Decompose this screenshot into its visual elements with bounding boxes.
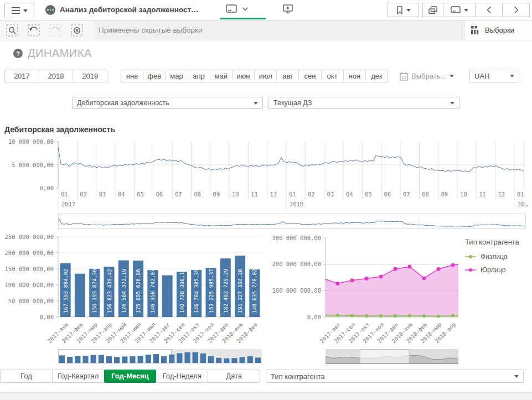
svg-text:146 784 385,39: 146 784 385,39 bbox=[193, 269, 199, 313]
next-sheet-button[interactable] bbox=[503, 3, 530, 17]
svg-text:146 358 742,07: 146 358 742,07 bbox=[149, 269, 156, 313]
svg-text:140 738 398,18: 140 738 398,18 bbox=[179, 269, 185, 313]
help-icon[interactable]: ? bbox=[13, 49, 23, 58]
area-chart-navigator[interactable] bbox=[326, 349, 458, 364]
qlik-dashboard: Анализ дебиторской задолженност… bbox=[0, 0, 532, 400]
svg-text:04: 04 bbox=[346, 191, 353, 198]
chevron-down-icon bbox=[514, 375, 519, 378]
dimension-select[interactable]: Тип контрагента bbox=[266, 370, 524, 383]
svg-text:07: 07 bbox=[403, 191, 410, 198]
measure-select[interactable]: Дебиторская задолженность bbox=[72, 97, 263, 109]
month-filter-8[interactable]: авг bbox=[276, 70, 298, 82]
period-tabs: ГодГод-КварталГод-МесяцГод-НеделяДата bbox=[0, 370, 260, 383]
storytelling-button[interactable] bbox=[283, 4, 293, 16]
overlapping-sheets-icon bbox=[428, 6, 437, 14]
legend-marker-icon bbox=[465, 254, 476, 259]
month-filter-7[interactable]: июл bbox=[254, 70, 276, 82]
svg-text:191 327 104,28: 191 327 104,28 bbox=[237, 269, 243, 313]
sheet-icon bbox=[226, 4, 237, 13]
calendar-icon: 12 bbox=[400, 72, 408, 81]
svg-text:05: 05 bbox=[365, 191, 372, 198]
tab-Год-Квартал[interactable]: Год-Квартал bbox=[52, 370, 105, 383]
chevron-down-icon bbox=[242, 7, 248, 11]
svg-text:156 823 439,42: 156 823 439,42 bbox=[106, 269, 112, 313]
step-back-button[interactable] bbox=[28, 24, 40, 37]
month-filter-5[interactable]: май bbox=[210, 70, 232, 82]
global-menu-button[interactable] bbox=[4, 3, 34, 18]
svg-text:03: 03 bbox=[327, 191, 334, 198]
app-title[interactable]: Анализ дебиторской задолженност… bbox=[60, 6, 199, 14]
svg-text:100 000 000,00: 100 000 000,00 bbox=[4, 282, 54, 288]
duplicate-sheet-button[interactable] bbox=[422, 3, 443, 17]
month-filter-9[interactable]: сен bbox=[298, 70, 321, 82]
month-filter-2[interactable]: фев bbox=[143, 70, 165, 82]
svg-text:12: 12 bbox=[401, 75, 406, 80]
svg-text:05: 05 bbox=[137, 191, 144, 198]
sheet-icon bbox=[451, 6, 461, 14]
selections-tool-button[interactable]: Выборки bbox=[464, 20, 532, 40]
svg-text:10: 10 bbox=[460, 191, 467, 198]
bookmarks-button[interactable] bbox=[388, 3, 419, 17]
chevron-down-icon bbox=[510, 75, 514, 77]
step-forward-button-disabled[interactable] bbox=[49, 24, 61, 37]
svg-text:01: 01 bbox=[61, 191, 68, 198]
monthly-bar-chart[interactable]: 0,0050 000 000,00100 000 000,00150 000 0… bbox=[3, 232, 264, 349]
svg-text:01: 01 bbox=[517, 191, 524, 198]
selections-bar: Применены скрытые выборки Выборки bbox=[0, 20, 532, 40]
previous-sheet-button[interactable] bbox=[476, 3, 503, 17]
tab-Год-Месяц[interactable]: Год-Месяц bbox=[104, 370, 157, 383]
receivables-line-chart[interactable]: 0102030405060708091011120102030405060708… bbox=[3, 138, 529, 211]
chevron-down-icon bbox=[406, 9, 411, 12]
month-filter-1[interactable]: янв bbox=[121, 70, 143, 82]
legend-item-Физлицо[interactable]: Физлицо bbox=[465, 253, 530, 261]
chevron-down-icon bbox=[254, 102, 258, 105]
date-picker-button[interactable]: 12 Выбрать... bbox=[400, 70, 454, 82]
toolbar-right-buttons bbox=[388, 3, 530, 17]
active-sheet-underline bbox=[220, 18, 266, 19]
bar-chart-navigator[interactable] bbox=[58, 349, 262, 364]
date-picker-label: Выбрать... bbox=[411, 72, 446, 80]
counterparty-area-chart[interactable]: 0,00100 000 000,00200 000 000,00300 000 … bbox=[266, 232, 465, 349]
year-filter-2017[interactable]: 2017 bbox=[5, 70, 39, 82]
svg-text:20…: 20… bbox=[518, 201, 528, 207]
tab-Год[interactable]: Год bbox=[0, 370, 53, 383]
line-chart-navigator[interactable] bbox=[58, 214, 526, 229]
month-filter-10[interactable]: окт bbox=[321, 70, 343, 82]
tab-Год-Неделя[interactable]: Год-Неделя bbox=[156, 370, 208, 383]
legend-item-Юрлицо[interactable]: Юрлицо bbox=[465, 266, 530, 274]
year-filter-2018[interactable]: 2018 bbox=[39, 70, 73, 82]
clear-selections-button[interactable] bbox=[71, 24, 83, 37]
selections-grid-icon bbox=[471, 26, 479, 34]
chevron-down-icon bbox=[23, 9, 28, 12]
currency-select[interactable]: UAH bbox=[469, 70, 519, 82]
month-filter-11[interactable]: ноя bbox=[343, 70, 365, 82]
search-selections-button[interactable] bbox=[6, 24, 18, 37]
svg-text:06: 06 bbox=[156, 191, 163, 198]
svg-text:5 000 000,00: 5 000 000,00 bbox=[12, 162, 54, 168]
svg-text:12: 12 bbox=[498, 191, 505, 198]
chevron-left-icon bbox=[487, 6, 492, 14]
month-filter-3[interactable]: мар bbox=[165, 70, 187, 82]
svg-text:08: 08 bbox=[194, 191, 201, 198]
submeasure-select[interactable]: Текущая ДЗ bbox=[268, 97, 459, 109]
selection-actions bbox=[0, 20, 94, 40]
month-filter-listbox: янвфевмарапрмайиюниюлавгсеноктноядек bbox=[121, 70, 388, 82]
hidden-selections-message: Применены скрытые выборки bbox=[99, 20, 203, 40]
month-filter-12[interactable]: дек bbox=[365, 70, 388, 82]
year-filter-2019[interactable]: 2019 bbox=[73, 70, 107, 82]
month-filter-4[interactable]: апр bbox=[188, 70, 210, 82]
bookmark-icon bbox=[396, 6, 403, 14]
svg-text:02: 02 bbox=[80, 191, 87, 198]
svg-text:150 193 874,30: 150 193 874,30 bbox=[91, 269, 97, 313]
sheet-navigator-button[interactable] bbox=[443, 3, 476, 17]
month-filter-6[interactable]: июн bbox=[232, 70, 254, 82]
svg-text:176 584 372,19: 176 584 372,19 bbox=[121, 269, 127, 313]
tab-Дата[interactable]: Дата bbox=[208, 370, 260, 383]
svg-text:0,00: 0,00 bbox=[307, 314, 321, 320]
top-toolbar: Анализ дебиторской задолженност… bbox=[0, 0, 532, 20]
svg-text:07: 07 bbox=[175, 191, 182, 198]
bottom-strip bbox=[0, 392, 532, 400]
svg-text:04: 04 bbox=[118, 191, 125, 198]
sheet-selector-button[interactable] bbox=[226, 4, 248, 13]
svg-text:06: 06 bbox=[384, 191, 391, 198]
